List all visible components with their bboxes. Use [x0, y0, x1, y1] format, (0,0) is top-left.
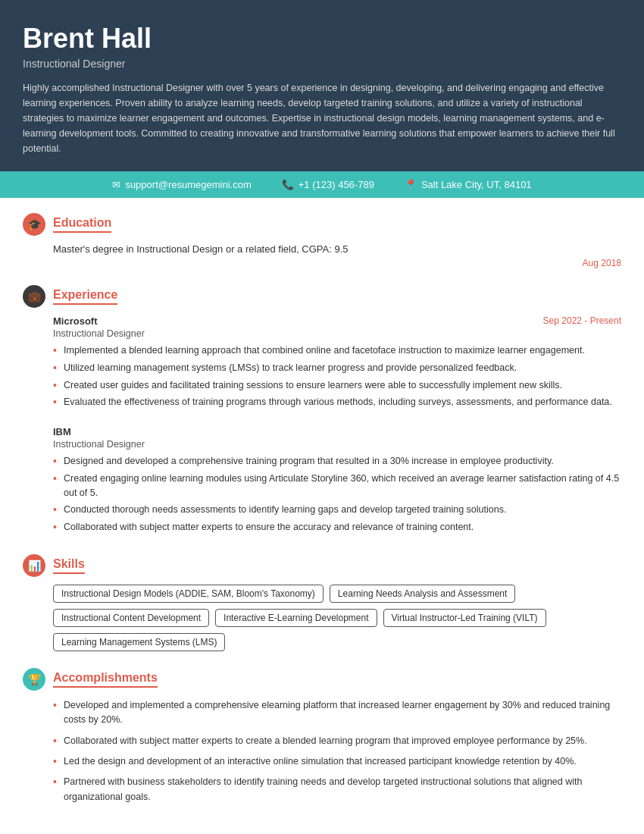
- list-item: Led the design and development of an int…: [53, 754, 621, 769]
- education-section: 🎓 Education Master's degree in Instructi…: [23, 213, 621, 268]
- candidate-summary: Highly accomplished Instructional Design…: [23, 80, 621, 156]
- location-contact: 📍 Salt Lake City, UT, 84101: [405, 179, 532, 190]
- list-item: Created engaging online learning modules…: [53, 472, 621, 500]
- skills-title: Skills: [53, 557, 85, 574]
- location-value: Salt Lake City, UT, 84101: [421, 179, 532, 190]
- list-item: Designed and developed a comprehensive t…: [53, 454, 621, 469]
- accomplishments-section: 🏆 Accomplishments Developed and implemen…: [23, 668, 621, 804]
- email-icon: ✉: [112, 179, 120, 190]
- phone-contact: 📞 +1 (123) 456-789: [282, 179, 374, 190]
- list-item: Utilized learning management systems (LM…: [53, 361, 621, 375]
- education-icon: 🎓: [23, 213, 45, 236]
- skill-tag: Learning Management Systems (LMS): [53, 633, 225, 651]
- skill-tag: Learning Needs Analysis and Assessment: [330, 585, 515, 603]
- experience-jobs: Sep 2022 - Present Microsoft Instruction…: [23, 315, 621, 538]
- skills-header: 📊 Skills: [23, 554, 621, 577]
- candidate-name: Brent Hall: [23, 23, 621, 55]
- main-content: 🎓 Education Master's degree in Instructi…: [0, 198, 644, 834]
- list-item: Partnered with business stakeholders to …: [53, 775, 621, 804]
- phone-value: +1 (123) 456-789: [299, 179, 374, 190]
- list-item: Evaluated the effectiveness of training …: [53, 395, 621, 409]
- list-item: Developed and implemented a comprehensiv…: [53, 698, 621, 728]
- job-company: IBM: [53, 426, 621, 437]
- list-item: Created user guides and facilitated trai…: [53, 378, 621, 393]
- skill-tag: Interactive E-Learning Development: [215, 609, 377, 627]
- header-section: Brent Hall Instructional Designer Highly…: [0, 0, 644, 171]
- job-date: Sep 2022 - Present: [543, 315, 621, 326]
- skills-icon: 📊: [23, 554, 45, 577]
- email-value: support@resumegemini.com: [125, 179, 251, 190]
- accomplishments-title: Accomplishments: [53, 671, 158, 688]
- contact-bar: ✉ support@resumegemini.com 📞 +1 (123) 45…: [0, 171, 644, 198]
- education-degree: Master's degree in Instructional Design …: [53, 243, 621, 255]
- location-icon: 📍: [405, 179, 417, 190]
- experience-header: 💼 Experience: [23, 285, 621, 308]
- job-company: Microsoft: [53, 315, 621, 327]
- job-bullets: Designed and developed a comprehensive t…: [53, 454, 621, 535]
- accomplishments-icon: 🏆: [23, 668, 45, 691]
- job-block: IBM Instructional Designer Designed and …: [53, 426, 621, 538]
- job-bullets: Implemented a blended learning approach …: [53, 343, 621, 409]
- skill-tag: Instructional Content Development: [53, 609, 209, 627]
- skills-container: Instructional Design Models (ADDIE, SAM,…: [53, 585, 621, 651]
- candidate-title: Instructional Designer: [23, 58, 621, 70]
- accomplishments-header: 🏆 Accomplishments: [23, 668, 621, 691]
- education-date: Aug 2018: [23, 258, 621, 268]
- education-title: Education: [53, 216, 111, 233]
- list-item: Collaborated with subject matter experts…: [53, 520, 621, 535]
- phone-icon: 📞: [282, 179, 294, 190]
- job-role: Instructional Designer: [53, 439, 621, 450]
- skills-section: 📊 Skills Instructional Design Models (AD…: [23, 554, 621, 651]
- education-header: 🎓 Education: [23, 213, 621, 236]
- list-item: Conducted thorough needs assessments to …: [53, 503, 621, 517]
- accomplishments-list: Developed and implemented a comprehensiv…: [53, 698, 621, 804]
- experience-section: 💼 Experience Sep 2022 - Present Microsof…: [23, 285, 621, 538]
- list-item: Collaborated with subject matter experts…: [53, 734, 621, 748]
- experience-icon: 💼: [23, 285, 45, 308]
- experience-title: Experience: [53, 288, 117, 305]
- skill-tag: Virtual Instructor-Led Training (VILT): [383, 609, 546, 627]
- skill-tag: Instructional Design Models (ADDIE, SAM,…: [53, 585, 324, 603]
- job-role: Instructional Designer: [53, 328, 621, 339]
- job-block: Sep 2022 - Present Microsoft Instruction…: [53, 315, 621, 412]
- email-contact: ✉ support@resumegemini.com: [112, 179, 251, 190]
- list-item: Implemented a blended learning approach …: [53, 343, 621, 358]
